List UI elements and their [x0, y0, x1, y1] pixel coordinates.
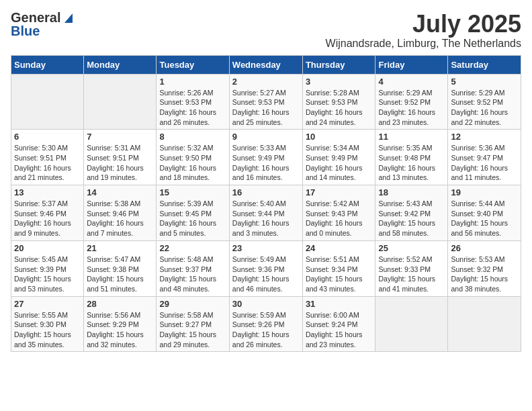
- day-number: 28: [87, 299, 153, 309]
- calendar-week-row: 6Sunrise: 5:30 AMSunset: 9:51 PMDaylight…: [11, 130, 521, 185]
- calendar-cell: 16Sunrise: 5:40 AMSunset: 9:44 PMDayligh…: [229, 185, 302, 241]
- svg-marker-0: [64, 13, 73, 23]
- day-info: Sunrise: 5:40 AMSunset: 9:44 PMDaylight:…: [232, 199, 290, 237]
- calendar-cell: 1Sunrise: 5:26 AMSunset: 9:53 PMDaylight…: [157, 74, 229, 130]
- calendar-cell: 17Sunrise: 5:42 AMSunset: 9:43 PMDayligh…: [302, 185, 375, 241]
- calendar-cell: 24Sunrise: 5:51 AMSunset: 9:34 PMDayligh…: [302, 240, 375, 296]
- day-info: Sunrise: 5:29 AMSunset: 9:52 PMDaylight:…: [451, 89, 508, 126]
- weekday-header-row: SundayMondayTuesdayWednesdayThursdayFrid…: [11, 55, 521, 74]
- day-info: Sunrise: 5:27 AMSunset: 9:53 PMDaylight:…: [232, 89, 290, 126]
- day-info: Sunrise: 5:34 AMSunset: 9:49 PMDaylight:…: [306, 144, 363, 181]
- page-header: General Blue July 2025 Wijnandsrade, Lim…: [11, 11, 521, 50]
- calendar-cell: 4Sunrise: 5:29 AMSunset: 9:52 PMDaylight…: [375, 74, 448, 130]
- calendar-cell: 9Sunrise: 5:33 AMSunset: 9:49 PMDaylight…: [229, 130, 302, 185]
- weekday-header-thursday: Thursday: [302, 55, 375, 74]
- day-number: 7: [87, 132, 153, 142]
- day-info: Sunrise: 5:30 AMSunset: 9:51 PMDaylight:…: [14, 144, 71, 181]
- calendar-week-row: 27Sunrise: 5:55 AMSunset: 9:30 PMDayligh…: [11, 296, 521, 352]
- calendar-cell: 13Sunrise: 5:37 AMSunset: 9:46 PMDayligh…: [11, 185, 84, 241]
- weekday-header-monday: Monday: [84, 55, 157, 74]
- day-number: 12: [451, 132, 518, 142]
- day-number: 8: [159, 132, 226, 142]
- weekday-header-tuesday: Tuesday: [157, 55, 229, 74]
- day-info: Sunrise: 5:45 AMSunset: 9:39 PMDaylight:…: [14, 255, 71, 293]
- calendar-cell: 2Sunrise: 5:27 AMSunset: 9:53 PMDaylight…: [229, 74, 302, 130]
- calendar-cell: 6Sunrise: 5:30 AMSunset: 9:51 PMDaylight…: [11, 130, 84, 185]
- calendar-week-row: 13Sunrise: 5:37 AMSunset: 9:46 PMDayligh…: [11, 185, 521, 241]
- day-number: 6: [14, 132, 81, 142]
- day-info: Sunrise: 5:55 AMSunset: 9:30 PMDaylight:…: [14, 311, 71, 349]
- day-number: 14: [87, 187, 153, 197]
- day-number: 29: [159, 299, 226, 309]
- day-info: Sunrise: 5:58 AMSunset: 9:27 PMDaylight:…: [159, 311, 216, 349]
- day-number: 26: [451, 243, 518, 253]
- day-info: Sunrise: 5:28 AMSunset: 9:53 PMDaylight:…: [306, 89, 363, 126]
- day-info: Sunrise: 5:59 AMSunset: 9:26 PMDaylight:…: [232, 311, 290, 349]
- day-number: 23: [232, 243, 300, 253]
- logo: General Blue: [11, 11, 73, 38]
- calendar-cell: 31Sunrise: 6:00 AMSunset: 9:24 PMDayligh…: [302, 296, 375, 352]
- day-info: Sunrise: 6:00 AMSunset: 9:24 PMDaylight:…: [306, 311, 363, 349]
- calendar-cell: [84, 74, 157, 130]
- day-number: 19: [451, 187, 518, 197]
- day-info: Sunrise: 5:33 AMSunset: 9:49 PMDaylight:…: [232, 144, 290, 181]
- day-number: 25: [378, 243, 445, 253]
- calendar-cell: 5Sunrise: 5:29 AMSunset: 9:52 PMDaylight…: [448, 74, 521, 130]
- day-number: 24: [306, 243, 373, 253]
- calendar-cell: 8Sunrise: 5:32 AMSunset: 9:50 PMDaylight…: [157, 130, 229, 185]
- month-title: July 2025: [326, 11, 521, 38]
- day-number: 31: [306, 299, 373, 309]
- day-info: Sunrise: 5:51 AMSunset: 9:34 PMDaylight:…: [306, 255, 363, 293]
- weekday-header-friday: Friday: [375, 55, 448, 74]
- day-number: 27: [14, 299, 81, 309]
- day-info: Sunrise: 5:38 AMSunset: 9:46 PMDaylight:…: [87, 199, 144, 237]
- logo-blue-text: Blue: [11, 24, 40, 38]
- day-info: Sunrise: 5:29 AMSunset: 9:52 PMDaylight:…: [378, 89, 435, 126]
- calendar-week-row: 1Sunrise: 5:26 AMSunset: 9:53 PMDaylight…: [11, 74, 521, 130]
- day-info: Sunrise: 5:37 AMSunset: 9:46 PMDaylight:…: [14, 199, 71, 237]
- calendar-cell: 27Sunrise: 5:55 AMSunset: 9:30 PMDayligh…: [11, 296, 84, 352]
- day-info: Sunrise: 5:31 AMSunset: 9:51 PMDaylight:…: [87, 144, 144, 181]
- calendar-cell: 26Sunrise: 5:53 AMSunset: 9:32 PMDayligh…: [448, 240, 521, 296]
- calendar-cell: [11, 74, 84, 130]
- day-info: Sunrise: 5:56 AMSunset: 9:29 PMDaylight:…: [87, 311, 144, 349]
- weekday-header-sunday: Sunday: [11, 55, 84, 74]
- day-number: 9: [232, 132, 300, 142]
- logo-general-text: General: [11, 11, 60, 24]
- calendar-cell: 19Sunrise: 5:44 AMSunset: 9:40 PMDayligh…: [448, 185, 521, 241]
- calendar-body: 1Sunrise: 5:26 AMSunset: 9:53 PMDaylight…: [11, 74, 521, 352]
- location-title: Wijnandsrade, Limburg, The Netherlands: [326, 38, 521, 50]
- calendar-cell: 25Sunrise: 5:52 AMSunset: 9:33 PMDayligh…: [375, 240, 448, 296]
- logo-icon: [62, 13, 73, 23]
- day-number: 15: [159, 187, 226, 197]
- calendar-cell: 7Sunrise: 5:31 AMSunset: 9:51 PMDaylight…: [84, 130, 157, 185]
- calendar-cell: 11Sunrise: 5:35 AMSunset: 9:48 PMDayligh…: [375, 130, 448, 185]
- calendar-cell: 30Sunrise: 5:59 AMSunset: 9:26 PMDayligh…: [229, 296, 302, 352]
- calendar-cell: 23Sunrise: 5:49 AMSunset: 9:36 PMDayligh…: [229, 240, 302, 296]
- day-number: 2: [232, 77, 300, 87]
- day-number: 5: [451, 77, 518, 87]
- day-number: 16: [232, 187, 300, 197]
- day-info: Sunrise: 5:47 AMSunset: 9:38 PMDaylight:…: [87, 255, 144, 293]
- day-number: 20: [14, 243, 81, 253]
- day-number: 30: [232, 299, 300, 309]
- calendar-cell: 3Sunrise: 5:28 AMSunset: 9:53 PMDaylight…: [302, 74, 375, 130]
- day-number: 13: [14, 187, 81, 197]
- calendar-cell: 18Sunrise: 5:43 AMSunset: 9:42 PMDayligh…: [375, 185, 448, 241]
- calendar-cell: 10Sunrise: 5:34 AMSunset: 9:49 PMDayligh…: [302, 130, 375, 185]
- day-number: 18: [378, 187, 445, 197]
- calendar-cell: 29Sunrise: 5:58 AMSunset: 9:27 PMDayligh…: [157, 296, 229, 352]
- calendar-cell: 21Sunrise: 5:47 AMSunset: 9:38 PMDayligh…: [84, 240, 157, 296]
- calendar-cell: 22Sunrise: 5:48 AMSunset: 9:37 PMDayligh…: [157, 240, 229, 296]
- day-info: Sunrise: 5:49 AMSunset: 9:36 PMDaylight:…: [232, 255, 290, 293]
- calendar-cell: [448, 296, 521, 352]
- day-number: 3: [306, 77, 373, 87]
- day-number: 10: [306, 132, 373, 142]
- day-number: 11: [378, 132, 445, 142]
- day-number: 21: [87, 243, 153, 253]
- title-block: July 2025 Wijnandsrade, Limburg, The Net…: [326, 11, 521, 50]
- calendar-cell: 20Sunrise: 5:45 AMSunset: 9:39 PMDayligh…: [11, 240, 84, 296]
- calendar-week-row: 20Sunrise: 5:45 AMSunset: 9:39 PMDayligh…: [11, 240, 521, 296]
- calendar-table: SundayMondayTuesdayWednesdayThursdayFrid…: [11, 55, 521, 353]
- calendar-cell: 14Sunrise: 5:38 AMSunset: 9:46 PMDayligh…: [84, 185, 157, 241]
